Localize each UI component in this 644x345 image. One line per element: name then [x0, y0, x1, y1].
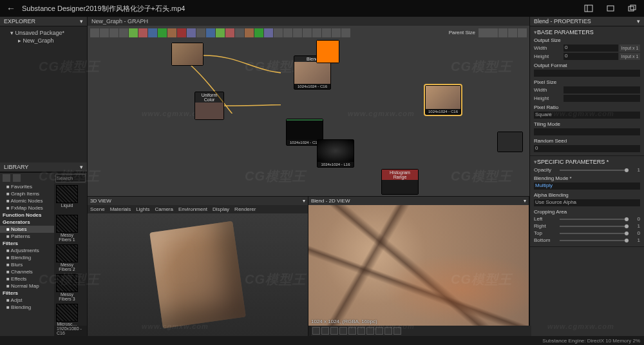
edit-icon[interactable]: [13, 174, 21, 182]
explorer-item-graph[interactable]: ▸ New_Graph: [4, 37, 83, 44]
3d-view-panel: 3D VIEW▾ SceneMaterialsLightsCameraEnvir…: [88, 197, 308, 336]
tool-icon[interactable]: [339, 327, 347, 335]
panel-menu-icon[interactable]: ▾: [524, 198, 526, 204]
library-category-item[interactable]: Filters: [0, 240, 54, 247]
output-format-select[interactable]: [534, 70, 640, 77]
multi-icon[interactable]: [627, 3, 638, 14]
crop-bottom-slider[interactable]: [560, 240, 629, 241]
width-input[interactable]: 0: [564, 44, 618, 52]
explorer-item-package[interactable]: ▾ Unsaved Package*: [4, 29, 83, 37]
opacity-slider[interactable]: .track::after{left:calc(100% - 6px)}: [560, 170, 629, 171]
3d-menu-item[interactable]: Scene: [90, 206, 105, 212]
graph-tab-title[interactable]: New_Graph - GRAPH: [91, 18, 148, 25]
2d-viewport[interactable]: 1024 x 1024, (RGBA, 16bpc): [308, 205, 529, 326]
library-category-item[interactable]: ■ Noises: [0, 226, 54, 233]
tool-icon[interactable]: [330, 327, 338, 335]
left-column: EXPLORER ▾ ▾ Unsaved Package* ▸ New_Grap…: [0, 17, 88, 336]
tool-icon[interactable]: [321, 327, 329, 335]
library-thumb[interactable]: Messy Fibers 3: [55, 274, 79, 302]
library-category-item[interactable]: ■ Atomic Nodes: [0, 197, 54, 204]
svg-rect-0: [585, 5, 592, 12]
tool-icon[interactable]: [384, 327, 392, 335]
height-input[interactable]: 0: [564, 53, 618, 60]
library-category-item[interactable]: ■ Adjst: [0, 297, 54, 304]
library-category-item[interactable]: ■ Patterns: [0, 233, 54, 240]
sec-specific[interactable]: SPECIFIC PARAMETERS *: [534, 159, 640, 165]
explorer-title: EXPLORER: [4, 18, 35, 25]
3d-menu-item[interactable]: Renderer: [234, 206, 256, 212]
height-mode-button[interactable]: Input x 1: [620, 53, 640, 60]
back-icon[interactable]: ←: [6, 3, 15, 14]
library-category-item[interactable]: ■ FxMap Nodes: [0, 204, 54, 212]
pixelsize-h-input[interactable]: [564, 95, 640, 102]
3d-menu-item[interactable]: Camera: [155, 206, 173, 212]
graph-node-output[interactable]: [497, 132, 523, 152]
library-category-item[interactable]: Function Nodes: [0, 212, 54, 219]
svg-rect-2: [607, 6, 614, 11]
panel-menu-icon[interactable]: ▾: [80, 18, 83, 25]
library-thumb[interactable]: Microsc…: [55, 304, 79, 326]
properties-title: Blend - PROPERTIES: [534, 18, 591, 25]
tool-icon[interactable]: [348, 327, 356, 335]
library-category-item[interactable]: ■ Adjustments: [0, 247, 54, 254]
seed-input[interactable]: 0: [534, 145, 640, 152]
blend-mode-select[interactable]: Multiply: [534, 182, 640, 190]
crop-top-slider[interactable]: [560, 233, 629, 234]
svg-rect-3: [629, 6, 634, 11]
sidebar-icon[interactable]: [583, 3, 594, 14]
sec-base-params[interactable]: BASE PARAMETERS: [534, 29, 640, 35]
library-category-item[interactable]: Filters: [0, 290, 54, 297]
library-header: LIBRARY ▾: [0, 163, 87, 172]
library-category-item[interactable]: ■ Blending: [0, 304, 54, 311]
2d-view-title: Blend - 2D VIEW: [311, 198, 350, 204]
graph-node-color[interactable]: [316, 40, 339, 63]
library-category-item[interactable]: ■ Favorites: [0, 183, 54, 190]
graph-node-warp[interactable]: [171, 43, 204, 66]
crop-left-slider[interactable]: [560, 219, 629, 220]
3d-menu-item[interactable]: Display: [213, 206, 229, 212]
max-icon[interactable]: [605, 3, 616, 14]
library-thumb[interactable]: Liquid: [55, 185, 79, 213]
pixelratio-select[interactable]: Square: [534, 112, 640, 119]
graph-node-unicolor[interactable]: Uniform Color: [194, 92, 224, 120]
library-category-item[interactable]: ■ Effects: [0, 275, 54, 282]
node-toolbar: Parent Size: [90, 28, 527, 37]
library-thumb[interactable]: Messy Fibers 2: [55, 244, 79, 273]
tool-icon[interactable]: [366, 327, 374, 335]
3d-menu-item[interactable]: Environment: [178, 206, 207, 212]
graph-node-marble[interactable]: 1024x1024 - L16: [317, 139, 354, 168]
home-icon[interactable]: [3, 174, 10, 182]
alpha-blend-select[interactable]: Use Source Alpha: [534, 199, 640, 206]
graph-node-blend-right[interactable]: 1024x1024 - C16: [425, 85, 461, 115]
graph-node-histo[interactable]: Histogram Range: [381, 169, 419, 195]
library-category-item[interactable]: Generators: [0, 219, 54, 226]
library-category-item[interactable]: ■ Graph Items: [0, 190, 54, 197]
3d-viewport[interactable]: [88, 213, 308, 336]
tool-icon[interactable]: [393, 327, 401, 335]
3d-menu-item[interactable]: Materials: [110, 206, 131, 212]
tiling-select[interactable]: [534, 128, 640, 135]
tool-icon[interactable]: [312, 327, 320, 335]
panel-menu-icon[interactable]: ▾: [80, 164, 83, 170]
library-thumb[interactable]: Messy Fibers 1: [55, 215, 79, 243]
graph-editor[interactable]: New_Graph - GRAPH Parent Size: [88, 17, 529, 197]
library-category-item[interactable]: ■ Normal Map: [0, 282, 54, 290]
panel-menu-icon[interactable]: ▾: [303, 198, 305, 204]
library-category-item[interactable]: ■ Blending: [0, 254, 54, 261]
library-category-item[interactable]: ■ Blurs: [0, 261, 54, 268]
3d-view-menu: SceneMaterialsLightsCameraEnvironmentDis…: [88, 205, 308, 213]
width-mode-button[interactable]: Input x 1: [620, 44, 640, 52]
library-category-item[interactable]: ■ Channels: [0, 268, 54, 275]
library-toolbar: [0, 173, 54, 183]
tool-icon[interactable]: [375, 327, 383, 335]
3d-menu-item[interactable]: Lights: [136, 206, 149, 212]
library-search-input[interactable]: [55, 174, 86, 182]
panel-menu-icon[interactable]: ▾: [637, 18, 640, 25]
pixelsize-w-input[interactable]: [564, 86, 640, 94]
properties-panel: Blend - PROPERTIES▾ BASE PARAMETERS Outp…: [529, 17, 644, 336]
tool-icon[interactable]: [357, 327, 365, 335]
status-engine: Substance Engine: DirectX 10 Memory 2%: [542, 338, 640, 344]
status-bar: Substance Engine: DirectX 10 Memory 2%: [0, 336, 644, 345]
crop-right-slider[interactable]: [560, 226, 629, 227]
window-title: Substance Designer2019制作风格化沙子+石头.mp4: [22, 4, 583, 14]
